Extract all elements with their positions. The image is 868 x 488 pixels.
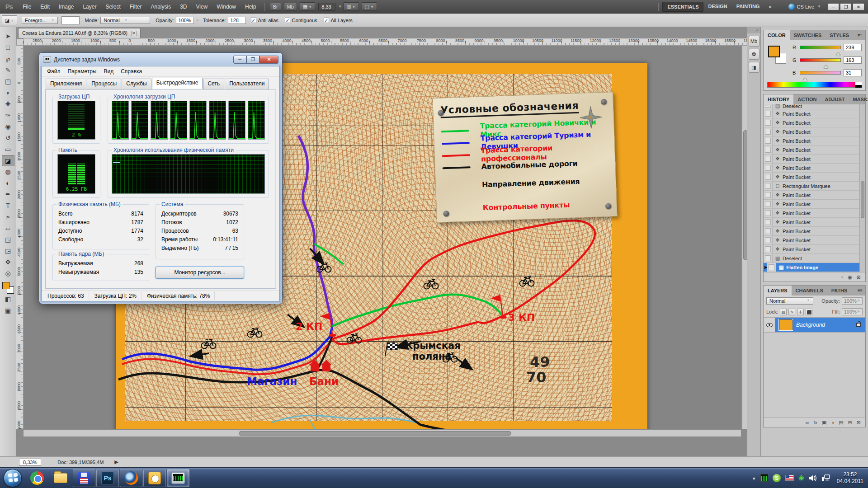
history-source-checkbox[interactable] bbox=[764, 145, 773, 154]
lock-move-icon[interactable]: ✛ bbox=[797, 309, 804, 315]
panel-menu-icon[interactable]: ▾≡ bbox=[855, 30, 865, 40]
slider-handle[interactable] bbox=[824, 63, 828, 68]
menu-item[interactable]: Help bbox=[241, 0, 261, 14]
vertical-ruler[interactable]: 5000500100015002000250030003500400045005… bbox=[16, 46, 24, 429]
zoom-level-field[interactable]: 8,33 bbox=[318, 3, 335, 11]
panel-tab[interactable]: CHANNELS bbox=[792, 286, 827, 296]
tool-button[interactable]: ✎ bbox=[2, 65, 14, 76]
tool-button[interactable]: T bbox=[2, 200, 14, 211]
arrange-documents-button[interactable]: ▥▼ bbox=[343, 2, 359, 11]
menu-item[interactable]: Filter bbox=[125, 0, 146, 14]
history-source-checkbox[interactable] bbox=[767, 263, 776, 272]
history-state-row[interactable]: ▤ Deselect bbox=[764, 104, 865, 109]
history-source-checkbox[interactable] bbox=[764, 227, 773, 235]
tool-button[interactable]: ◎ bbox=[2, 268, 14, 279]
history-state-row[interactable]: ▤ Flatten Image bbox=[764, 263, 865, 272]
tab[interactable]: Процессы bbox=[87, 79, 121, 89]
tool-button[interactable]: ➣ bbox=[2, 211, 14, 223]
scrollbar-thumb[interactable] bbox=[861, 181, 864, 218]
new-doc-from-state-icon[interactable]: ▫ bbox=[841, 274, 843, 280]
taskbar-firefox[interactable] bbox=[120, 469, 142, 487]
tab[interactable]: Сеть bbox=[203, 79, 224, 89]
tool-button[interactable]: ▭ bbox=[2, 144, 14, 155]
tool-button[interactable]: ◐ bbox=[2, 178, 14, 189]
canvas-horizontal-scrollbar[interactable] bbox=[24, 430, 741, 436]
resource-monitor-button[interactable]: Монитор ресурсов... bbox=[156, 267, 244, 279]
icq-flower-icon[interactable]: ❀ bbox=[798, 474, 804, 482]
link-layers-icon[interactable]: ∞ bbox=[806, 420, 809, 425]
maximize-button[interactable]: ❐ bbox=[246, 56, 259, 64]
tool-button[interactable]: ◗ bbox=[2, 87, 14, 99]
tool-button[interactable]: ➤ bbox=[2, 31, 14, 42]
history-state-row[interactable]: ❖ Paint Bucket bbox=[764, 173, 865, 182]
fill-swatch[interactable] bbox=[61, 16, 80, 24]
slider-handle[interactable] bbox=[803, 75, 807, 81]
slider-handle[interactable] bbox=[836, 50, 840, 56]
history-state-row[interactable]: ❖ Paint Bucket bbox=[764, 245, 865, 254]
history-state-row[interactable]: ❖ Paint Bucket bbox=[764, 191, 865, 200]
network-icon[interactable] bbox=[821, 474, 830, 482]
minimize-button[interactable]: ─ bbox=[827, 3, 839, 10]
tool-button[interactable]: ◍ bbox=[2, 166, 14, 178]
history-source-checkbox[interactable] bbox=[764, 182, 773, 190]
tool-button[interactable]: ✥ bbox=[2, 257, 14, 268]
menu-item[interactable]: Вид bbox=[100, 67, 117, 75]
option-checkbox[interactable]: ✓ All Layers bbox=[324, 18, 353, 23]
taskbar-explorer[interactable] bbox=[49, 469, 72, 487]
panel-menu-icon[interactable]: ▾≡ bbox=[855, 286, 865, 296]
foreground-background-swatches[interactable] bbox=[2, 282, 14, 294]
opacity-arrow-icon[interactable]: ▶ bbox=[197, 18, 199, 22]
history-source-checkbox[interactable] bbox=[764, 218, 773, 226]
new-layer-icon[interactable]: ⊞ bbox=[848, 420, 852, 426]
tool-button[interactable]: ▱ bbox=[2, 223, 14, 234]
blue-slider[interactable] bbox=[800, 71, 841, 75]
view-extras-button[interactable]: ▦▼ bbox=[300, 2, 315, 11]
panel-tab[interactable]: STYLES bbox=[826, 30, 853, 40]
layer-mask-icon[interactable]: ▣ bbox=[822, 420, 826, 426]
task-manager-window[interactable]: Диспетчер задач Windows ─ ❐ ✕ ФайлПараме… bbox=[39, 52, 283, 304]
menu-item[interactable]: View bbox=[191, 0, 212, 14]
tool-button[interactable]: ◲ bbox=[2, 245, 14, 257]
menu-item[interactable]: Analysis bbox=[146, 0, 175, 14]
panel-tab[interactable]: COLOR bbox=[764, 30, 790, 40]
tool-button[interactable]: ◉ bbox=[2, 121, 14, 132]
clock[interactable]: 23:52 04.04.2011 bbox=[837, 471, 863, 485]
checkbox-icon[interactable]: ✓ bbox=[285, 18, 290, 23]
panel-tab[interactable]: LAYERS bbox=[764, 286, 792, 296]
taskbar-task-manager[interactable] bbox=[167, 469, 189, 487]
panel-tab[interactable]: PATHS bbox=[827, 286, 852, 296]
history-source-checkbox[interactable] bbox=[764, 200, 773, 208]
checkbox-icon[interactable]: ✓ bbox=[324, 18, 329, 23]
menu-item[interactable]: Параметры bbox=[65, 67, 100, 75]
tool-button[interactable]: ◪ bbox=[2, 155, 14, 166]
history-source-checkbox[interactable] bbox=[764, 109, 773, 118]
layer-fill-field[interactable]: 100%▶ bbox=[842, 308, 863, 315]
menu-item[interactable]: Image bbox=[54, 0, 78, 14]
green-slider[interactable] bbox=[800, 58, 841, 62]
menu-item[interactable]: Справка bbox=[118, 67, 145, 75]
tab[interactable]: Службы bbox=[122, 79, 151, 89]
option-checkbox[interactable]: ✓ Contiguous bbox=[285, 18, 317, 23]
tool-button[interactable]: ↺ bbox=[2, 132, 14, 144]
history-state-row[interactable]: ◻ Rectangular Marquee bbox=[764, 182, 865, 191]
mode-select[interactable]: Normal▼ bbox=[100, 17, 150, 24]
tool-button[interactable]: ✑ bbox=[2, 110, 14, 121]
layer-opacity-field[interactable]: 100%▶ bbox=[842, 297, 863, 305]
history-source-checkbox[interactable] bbox=[764, 136, 773, 145]
history-state-row[interactable]: ❖ Paint Bucket bbox=[764, 145, 865, 155]
history-state-row[interactable]: ❖ Paint Bucket bbox=[764, 109, 865, 118]
taskbar-floppy-app[interactable] bbox=[73, 469, 95, 487]
dock-panel-icon[interactable]: ❂ bbox=[749, 49, 760, 60]
menu-item[interactable]: Edit bbox=[36, 0, 54, 14]
dock-panel-icon[interactable]: ◨ bbox=[749, 62, 760, 73]
taskbar-outlook[interactable] bbox=[143, 469, 166, 487]
status-zoom-field[interactable]: 8,33% bbox=[19, 459, 41, 466]
close-button[interactable]: ✕ bbox=[853, 3, 864, 10]
volume-icon[interactable] bbox=[809, 474, 817, 482]
horizontal-ruler[interactable]: 2500200015001000500050010001500200025003… bbox=[24, 38, 747, 46]
tray-overflow-icon[interactable]: ▲ bbox=[752, 476, 756, 480]
workspace-overflow-icon[interactable]: » bbox=[764, 2, 776, 11]
panel-tab[interactable]: ADJUST bbox=[821, 94, 849, 104]
task-manager-titlebar[interactable]: Диспетчер задач Windows ─ ❐ ✕ bbox=[39, 53, 282, 66]
red-value-field[interactable]: 239 bbox=[844, 44, 862, 51]
